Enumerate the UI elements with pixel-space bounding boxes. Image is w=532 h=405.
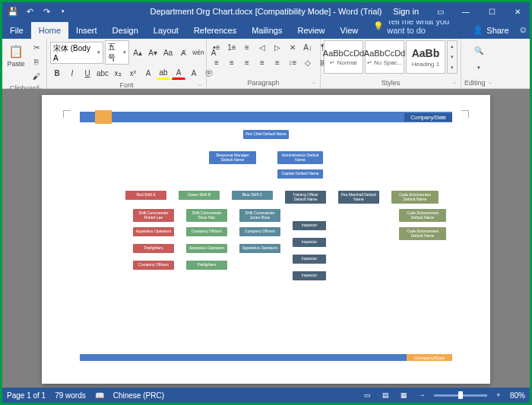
node[interactable]: Code Enforcement Default Name (399, 227, 446, 240)
node[interactable]: Inspector (293, 221, 326, 230)
sort-button[interactable]: A↓ (301, 40, 315, 54)
node-blue-shift[interactable]: Blue Shift C (232, 191, 273, 200)
paste-button[interactable]: 📋 Paste (5, 40, 27, 69)
node[interactable]: Apparatus Operators (133, 227, 174, 236)
web-layout-icon[interactable]: ▦ (397, 390, 411, 400)
node[interactable]: Apparatus Operators (186, 244, 227, 253)
node-marshall[interactable]: Fire Marshall Default Name (338, 191, 379, 204)
save-icon[interactable]: 💾 (7, 5, 19, 17)
asian-layout-button[interactable]: ✕ (286, 40, 299, 54)
node[interactable]: Company Officers (186, 227, 227, 236)
shrink-font-button[interactable]: A▾ (146, 46, 160, 59)
style-heading1[interactable]: AaBb Heading 1 (406, 40, 445, 74)
node[interactable]: Firefighters (186, 261, 227, 270)
zoom-in-button[interactable]: + (492, 390, 505, 400)
page-indicator[interactable]: Page 1 of 1 (7, 391, 46, 400)
node[interactable]: Inspector (293, 255, 326, 264)
language-indicator[interactable]: Chinese (PRC) (113, 391, 164, 400)
ribbon-display-icon[interactable]: ▭ (428, 2, 452, 21)
change-case-button[interactable]: Aa (161, 46, 175, 59)
bullets-button[interactable]: •≡ (210, 40, 223, 54)
node[interactable]: Shift Commander Rose Han (186, 209, 227, 222)
document-area[interactable]: Company/Date Fire Chief Default Name Res… (2, 89, 530, 388)
font-size-combo[interactable]: 五号 (105, 40, 129, 65)
tab-references[interactable]: References (186, 22, 244, 39)
align-right-button[interactable]: ≡ (240, 55, 254, 69)
document-page[interactable]: Company/Date Fire Chief Default Name Res… (42, 95, 490, 384)
strikethrough-button[interactable]: abc (96, 66, 109, 80)
tab-design[interactable]: Design (105, 22, 146, 39)
node-codeenf[interactable]: Code Enforcement Default Name (391, 191, 439, 204)
node[interactable]: Shift Commander Jones Rose (239, 209, 280, 222)
node[interactable]: Apparatus Operators (239, 244, 280, 253)
format-painter-button[interactable]: 🖌 (30, 69, 43, 83)
tab-file[interactable]: File (2, 22, 31, 39)
undo-icon[interactable]: ↶ (24, 5, 36, 17)
char-shading-button[interactable]: A (187, 66, 201, 80)
multilevel-button[interactable]: ≡ (240, 40, 254, 54)
print-layout-icon[interactable]: ▤ (379, 390, 393, 400)
subscript-button[interactable]: x₂ (111, 66, 125, 80)
italic-button[interactable]: I (65, 66, 79, 80)
close-icon[interactable]: ✕ (505, 2, 530, 21)
feedback-smiley-icon[interactable]: ☺ (517, 21, 530, 39)
node[interactable]: Inspector (293, 238, 326, 247)
sign-in-link[interactable]: Sign in (385, 7, 426, 16)
proofing-icon[interactable]: 📖 (95, 391, 104, 400)
share-button[interactable]: 👤 Share (465, 21, 516, 39)
style-nospacing[interactable]: AaBbCcDd ↵ No Spac... (365, 40, 404, 74)
zoom-level[interactable]: 80% (510, 391, 525, 400)
line-spacing-button[interactable]: ↕≡ (286, 55, 299, 69)
style-normal[interactable]: AaBbCcDd ↵ Normal (324, 40, 363, 74)
increase-indent-button[interactable]: ▷ (271, 40, 284, 54)
justify-button[interactable]: ≡ (255, 55, 269, 69)
zoom-out-button[interactable]: − (416, 390, 429, 400)
minimize-icon[interactable]: — (454, 2, 478, 21)
cut-button[interactable]: ✂ (30, 40, 43, 54)
highlight-button[interactable]: ab (157, 66, 170, 80)
node-chief[interactable]: Fire Chief Default Name (243, 130, 289, 139)
zoom-thumb[interactable] (458, 391, 463, 399)
tab-insert[interactable]: Insert (68, 22, 105, 39)
node-captain[interactable]: Captain Default Name (277, 169, 323, 179)
grow-font-button[interactable]: A▴ (131, 46, 144, 59)
read-mode-icon[interactable]: ▭ (361, 390, 375, 400)
tab-view[interactable]: View (333, 22, 366, 39)
tab-layout[interactable]: Layout (146, 22, 186, 39)
font-family-combo[interactable]: 宋体 (Body A (50, 42, 103, 64)
font-color-button[interactable]: A (172, 66, 185, 80)
phonetic-button[interactable]: wén (192, 46, 205, 59)
zoom-slider[interactable] (434, 394, 487, 397)
clear-format-button[interactable]: A̸ (176, 46, 190, 59)
superscript-button[interactable]: x² (126, 66, 140, 80)
node[interactable]: Firefighters (133, 244, 174, 253)
styles-more-button[interactable]: ▴▾▾ (447, 40, 458, 74)
bold-button[interactable]: B (50, 66, 64, 80)
shading-button[interactable]: ◇ (301, 55, 315, 69)
node-red-shift[interactable]: Red Shift A (125, 191, 166, 200)
tab-mailings[interactable]: Mailings (244, 22, 290, 39)
distributed-button[interactable]: ≡ (271, 55, 284, 69)
maximize-icon[interactable]: ☐ (480, 2, 504, 21)
org-chart[interactable]: Fire Chief Default Name Response Manager… (87, 130, 445, 327)
tab-review[interactable]: Review (290, 22, 333, 39)
underline-button[interactable]: U (81, 66, 94, 80)
redo-icon[interactable]: ↷ (40, 5, 52, 17)
align-left-button[interactable]: ≡ (210, 55, 223, 69)
qat-customize-icon[interactable]: ▾ (57, 5, 69, 17)
node-response[interactable]: Response Manager Default Name (209, 151, 256, 164)
node-admin[interactable]: Administration Default Name (277, 151, 323, 164)
node[interactable]: Company Officers (133, 261, 174, 270)
node[interactable]: Inspector (293, 271, 326, 280)
node-green-shift[interactable]: Green Shift B (179, 191, 220, 200)
align-center-button[interactable]: ≡ (225, 55, 239, 69)
find-button[interactable]: 🔍 (472, 44, 486, 58)
tab-home[interactable]: Home (31, 22, 68, 39)
node[interactable]: Company Officers (239, 227, 280, 236)
numbering-button[interactable]: 1≡ (225, 40, 239, 54)
node[interactable]: Shift Commander Robert Lee (133, 209, 174, 222)
copy-button[interactable]: ⎘ (30, 55, 43, 68)
node-training[interactable]: Training Officer Default Name (285, 191, 326, 204)
decrease-indent-button[interactable]: ◁ (255, 40, 269, 54)
word-count[interactable]: 79 words (55, 391, 86, 400)
